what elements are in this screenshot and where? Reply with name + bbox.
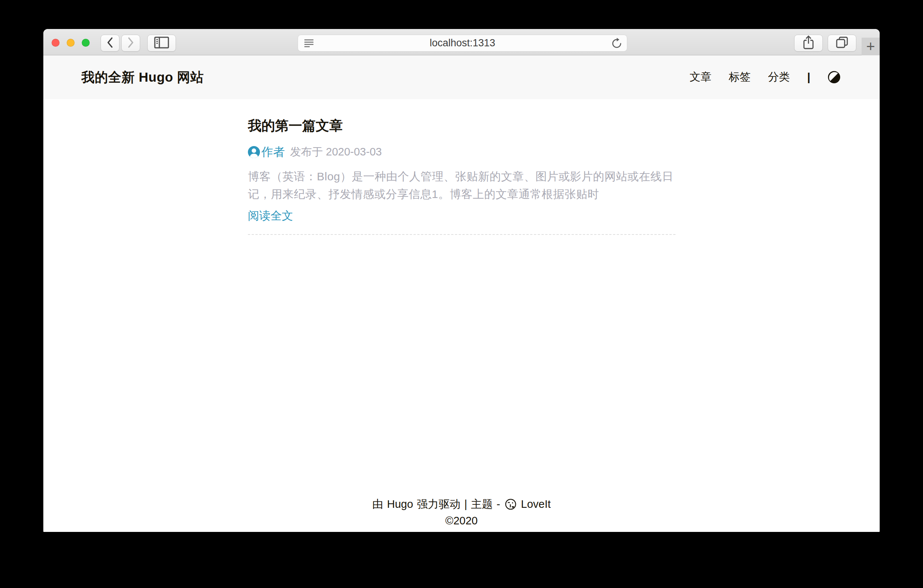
loveit-theme-link[interactable]: LoveIt — [521, 496, 551, 512]
chevron-left-icon — [106, 36, 114, 51]
back-button[interactable] — [100, 34, 120, 52]
minimize-window-button[interactable] — [67, 39, 75, 47]
safari-window: localhost:1313 — [43, 29, 880, 532]
site-header: 我的全新 Hugo 网站 文章 标签 分类 | — [43, 55, 880, 99]
desktop-background: localhost:1313 — [0, 0, 923, 588]
nav-item-posts[interactable]: 文章 — [690, 70, 712, 85]
sidebar-panel-icon — [154, 36, 169, 50]
read-more-link[interactable]: 阅读全文 — [248, 208, 293, 224]
new-tab-button[interactable]: + — [862, 38, 880, 55]
footer-dash: - — [496, 496, 500, 512]
reload-icon[interactable] — [611, 38, 622, 51]
post-summary-card: 我的第一篇文章 作者 发布于 2020-03-03 — [248, 99, 675, 235]
plus-icon: + — [866, 38, 875, 55]
browser-toolbar: localhost:1313 — [43, 29, 880, 55]
forward-button[interactable] — [121, 34, 140, 52]
site-nav: 文章 标签 分类 | — [690, 70, 841, 85]
author-avatar-icon — [248, 146, 260, 158]
hugo-link[interactable]: Hugo — [387, 496, 413, 512]
footer-copyright: ©2020 — [43, 512, 880, 529]
close-window-button[interactable] — [52, 39, 59, 47]
theme-toggle-icon[interactable] — [828, 71, 841, 84]
sidebar-toggle-button[interactable] — [147, 34, 176, 52]
nav-item-tags[interactable]: 标签 — [729, 70, 751, 85]
site-title[interactable]: 我的全新 Hugo 网站 — [81, 69, 204, 86]
address-bar[interactable]: localhost:1313 — [297, 34, 627, 52]
url-text: localhost:1313 — [298, 35, 627, 51]
site-footer: 由 Hugo 强力驱动 | 主题 - — [43, 496, 880, 529]
footer-theme-label: 主题 — [471, 496, 493, 512]
page-content: 我的第一篇文章 作者 发布于 2020-03-03 — [43, 99, 880, 532]
nav-item-categories[interactable]: 分类 — [768, 70, 790, 85]
footer-powered-suffix: 强力驱动 — [417, 496, 461, 512]
tab-overview-button[interactable] — [828, 34, 856, 52]
post-divider — [248, 234, 675, 235]
tabs-overview-icon — [835, 36, 849, 51]
fullscreen-window-button[interactable] — [82, 39, 90, 47]
nav-divider: | — [807, 71, 810, 84]
share-button[interactable] — [794, 34, 823, 52]
footer-powered-prefix: 由 — [372, 496, 383, 512]
post-summary-text: 博客（英语：Blog）是一种由个人管理、张贴新的文章、图片或影片的网站或在线日记… — [248, 167, 675, 203]
post-meta: 作者 发布于 2020-03-03 — [248, 144, 675, 160]
post-title[interactable]: 我的第一篇文章 — [248, 117, 675, 134]
chevron-right-icon — [127, 36, 135, 51]
copyright-text: ©2020 — [445, 512, 478, 529]
footer-separator: | — [465, 496, 468, 512]
kissing-face-icon — [505, 498, 516, 510]
share-icon — [802, 35, 815, 51]
footer-powered-line: 由 Hugo 强力驱动 | 主题 - — [43, 496, 880, 512]
publish-date: 发布于 2020-03-03 — [290, 144, 382, 160]
author-link[interactable]: 作者 — [261, 144, 285, 160]
